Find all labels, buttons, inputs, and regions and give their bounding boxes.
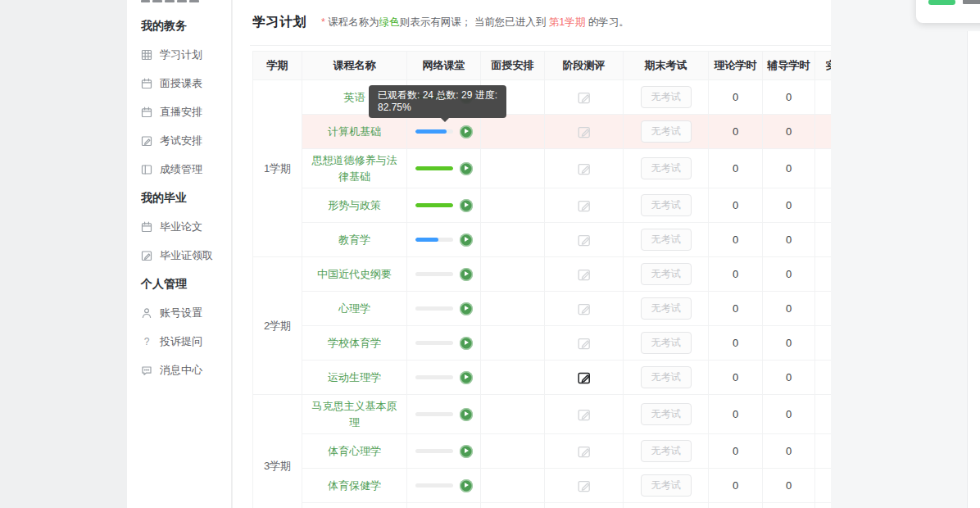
course-name-cell: 形势与政策 xyxy=(302,188,407,223)
user-icon xyxy=(141,307,152,319)
stage-assessment-icon[interactable] xyxy=(545,336,623,351)
no-exam-button[interactable]: 无考试 xyxy=(641,194,692,216)
stage-assessment-icon[interactable] xyxy=(545,125,623,139)
study-plan-table-wrap: 学期课程名称网络课堂面授安排阶段测评期末考试理论学时辅导学时实践学时 1学期英语… xyxy=(252,51,831,508)
course-link[interactable]: 运动生理学 xyxy=(328,371,381,383)
practice-hours-cell xyxy=(815,361,832,395)
progress-bar xyxy=(415,272,453,276)
online-class-cell xyxy=(407,326,481,361)
stage-assessment-icon[interactable] xyxy=(545,90,623,105)
play-icon[interactable] xyxy=(460,371,473,384)
course-link[interactable]: 教育学 xyxy=(338,234,370,246)
play-icon[interactable] xyxy=(460,268,473,281)
course-link[interactable]: 心理学 xyxy=(338,302,370,315)
play-icon[interactable] xyxy=(460,199,473,212)
no-exam-button[interactable]: 无考试 xyxy=(641,403,692,425)
panel-icon xyxy=(141,164,152,175)
sidebar-item[interactable]: 毕业论文 xyxy=(141,212,228,241)
no-exam-button[interactable]: 无考试 xyxy=(641,229,692,251)
sidebar-item[interactable]: 账号设置 xyxy=(141,298,228,327)
stage-assessment-icon[interactable] xyxy=(545,233,623,247)
no-exam-button[interactable]: 无考试 xyxy=(641,366,692,388)
calendar-icon xyxy=(141,221,152,233)
course-link[interactable]: 计算机基础 xyxy=(328,125,381,138)
right-panel-edge xyxy=(967,31,980,508)
play-icon[interactable] xyxy=(460,234,473,247)
question-icon: ? xyxy=(141,336,152,347)
notification-toast xyxy=(916,0,980,23)
no-exam-button[interactable]: 无考试 xyxy=(641,440,692,462)
online-class-cell xyxy=(407,149,481,188)
face-schedule-cell xyxy=(481,434,545,469)
face-schedule-cell xyxy=(481,503,545,508)
play-icon[interactable] xyxy=(460,408,473,421)
sidebar-item[interactable]: 消息中心 xyxy=(141,356,228,384)
play-icon[interactable] xyxy=(460,479,473,492)
theory-hours-cell: 0 xyxy=(709,223,763,257)
progress-bar xyxy=(415,412,453,416)
course-link[interactable]: 学校体育学 xyxy=(328,337,381,349)
table-row: 体育保健学无考试00 xyxy=(253,469,832,503)
stage-assessment-icon[interactable] xyxy=(545,161,623,176)
page-title: 学习计划 xyxy=(252,14,306,31)
play-icon[interactable] xyxy=(460,162,473,175)
toast-text-fragment xyxy=(963,0,980,4)
sidebar-item[interactable]: 考试安排 xyxy=(141,126,228,155)
no-exam-button[interactable]: 无考试 xyxy=(641,297,692,320)
course-link[interactable]: 体育心理学 xyxy=(328,445,381,457)
table-row: 3学期马克思主义基本原理无考试00 xyxy=(253,395,832,434)
column-header: 网络课堂 xyxy=(407,52,481,80)
final-exam-cell: 无考试 xyxy=(624,292,709,326)
course-link[interactable]: 英语 xyxy=(344,91,365,103)
play-icon[interactable] xyxy=(460,302,473,315)
course-link[interactable]: 形势与政策 xyxy=(328,199,381,211)
progress-bar xyxy=(415,203,453,207)
play-icon[interactable] xyxy=(460,125,473,138)
no-exam-button[interactable]: 无考试 xyxy=(641,474,692,497)
no-exam-button[interactable]: 无考试 xyxy=(641,263,692,285)
no-exam-button[interactable]: 无考试 xyxy=(641,120,692,143)
stage-assessment-icon[interactable] xyxy=(545,370,623,385)
no-exam-button[interactable]: 无考试 xyxy=(641,332,692,354)
stage-assessment-icon[interactable] xyxy=(545,302,623,316)
note-semester-word: 第1学期 xyxy=(549,16,585,28)
play-icon[interactable] xyxy=(460,337,473,350)
face-schedule-cell xyxy=(481,326,545,361)
course-link[interactable]: 体育保健学 xyxy=(328,479,381,492)
stage-assessment-icon[interactable] xyxy=(545,407,623,422)
table-row: 计算机基础无考试00 xyxy=(253,115,832,149)
play-icon[interactable] xyxy=(460,445,473,458)
main-card: 学习计划 * 课程名称为绿色则表示有网课； 当前您已进入到 第1学期 的学习。 … xyxy=(233,0,831,508)
sidebar-item-clipped xyxy=(141,0,223,4)
practice-hours-cell xyxy=(815,503,832,508)
course-link[interactable]: 中国近代史纲要 xyxy=(317,268,392,280)
study-plan-table: 学期课程名称网络课堂面授安排阶段测评期末考试理论学时辅导学时实践学时 1学期英语… xyxy=(252,51,831,508)
progress-bar xyxy=(415,238,453,242)
stage-assessment-cell xyxy=(545,115,624,149)
course-link[interactable]: 思想道德修养与法律基础 xyxy=(312,154,397,183)
sidebar-item[interactable]: 直播安排 xyxy=(141,98,228,126)
course-link[interactable]: 马克思主义基本原理 xyxy=(312,400,397,429)
final-exam-cell: 无考试 xyxy=(624,326,709,361)
face-schedule-cell xyxy=(481,188,545,223)
stage-assessment-icon[interactable] xyxy=(545,444,623,459)
face-schedule-cell xyxy=(481,115,545,149)
stage-assessment-icon[interactable] xyxy=(545,198,623,213)
no-exam-button[interactable]: 无考试 xyxy=(641,157,692,179)
stage-assessment-icon[interactable] xyxy=(545,267,623,282)
stage-assessment-icon[interactable] xyxy=(545,479,623,493)
progress-bar xyxy=(415,129,453,134)
sidebar-item[interactable]: 成绩管理 xyxy=(141,155,228,184)
face-schedule-cell xyxy=(481,149,545,188)
online-class-cell xyxy=(407,223,481,257)
sidebar-item[interactable]: 面授课表 xyxy=(141,69,228,98)
face-schedule-cell xyxy=(481,223,545,257)
course-name-cell: 计算机基础 xyxy=(302,115,407,149)
sidebar-item[interactable]: 学习计划 xyxy=(141,40,228,69)
sidebar-item[interactable]: 毕业证领取 xyxy=(141,241,228,270)
tutor-hours-cell: 0 xyxy=(763,188,815,223)
practice-hours-cell xyxy=(815,115,832,149)
no-exam-button[interactable]: 无考试 xyxy=(641,86,692,108)
sidebar-item[interactable]: ?投诉提问 xyxy=(141,327,228,356)
stage-assessment-cell xyxy=(545,361,624,395)
